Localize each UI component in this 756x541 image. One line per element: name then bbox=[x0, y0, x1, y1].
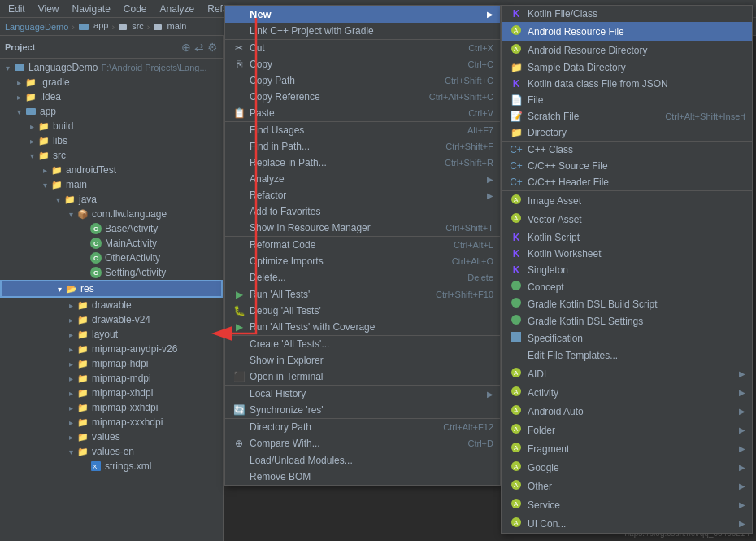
ctx-item-linkcpp[interactable]: Link C++ Project with Gradle bbox=[225, 23, 500, 39]
sidebar-icon-settings[interactable]: ⚙ bbox=[207, 41, 218, 54]
breadcrumb-project[interactable]: LanguageDemo bbox=[5, 22, 68, 32]
sub-item-scratch-file[interactable]: 📝 Scratch File Ctrl+Alt+Shift+Insert bbox=[502, 108, 752, 124]
ctx-item-runalltests[interactable]: ▶ Run 'All Tests' Ctrl+Shift+F10 bbox=[225, 286, 500, 303]
tree-arrow-libs[interactable]: ▸ bbox=[26, 137, 37, 146]
ctx-item-debugalltests[interactable]: 🐛 Debug 'All Tests' bbox=[225, 303, 500, 319]
tree-item-mainactivity[interactable]: C MainActivity bbox=[0, 236, 223, 251]
ctx-item-reformatcode[interactable]: Reformat Code Ctrl+Alt+L bbox=[225, 236, 500, 253]
tree-item-layout[interactable]: ▸ 📁 layout bbox=[0, 327, 223, 342]
sub-item-fragment[interactable]: A Fragment ▶ bbox=[502, 439, 752, 458]
tree-item-app[interactable]: ▾ app bbox=[0, 104, 223, 119]
tree-arrow-values-en[interactable]: ▾ bbox=[65, 447, 76, 456]
tree-item-mipmap-hdpi[interactable]: ▸ 📁 mipmap-hdpi bbox=[0, 356, 223, 371]
sub-item-gradle-build[interactable]: Gradle Kotlin DSL Build Script bbox=[502, 295, 752, 312]
ctx-item-runwithcoverage[interactable]: ▶ Run 'All Tests' with Coverage bbox=[225, 319, 500, 335]
ctx-item-syncres[interactable]: 🔄 Synchronize 'res' bbox=[225, 402, 500, 418]
ctx-item-new[interactable]: New ▶ bbox=[225, 6, 500, 23]
tree-item-libs[interactable]: ▸ 📁 libs bbox=[0, 133, 223, 148]
ctx-item-analyze[interactable]: Analyze ▶ bbox=[225, 171, 500, 187]
sub-item-specification[interactable]: Specification bbox=[502, 329, 752, 347]
sub-item-android-resource-file[interactable]: A Android Resource File bbox=[502, 22, 752, 41]
sub-item-concept[interactable]: Concept bbox=[502, 278, 752, 295]
tree-arrow-mipmap-xxxhdpi[interactable]: ▸ bbox=[65, 418, 76, 427]
tree-item-package[interactable]: ▾ 📦 com.llw.language bbox=[0, 207, 223, 221]
sub-item-cpp-header[interactable]: C+ C/C++ Header File bbox=[502, 174, 752, 190]
tree-arrow-mipmap-hdpi[interactable]: ▸ bbox=[65, 360, 76, 369]
tree-item-idea[interactable]: ▸ 📁 .idea bbox=[0, 89, 223, 104]
breadcrumb-src[interactable]: src bbox=[118, 21, 144, 32]
sub-item-uicon[interactable]: A UI Con... ▶ bbox=[502, 514, 752, 533]
sub-item-vector-asset[interactable]: A Vector Asset bbox=[502, 210, 752, 229]
tree-item-mipmap-anydpi-v26[interactable]: ▸ 📁 mipmap-anydpi-v26 bbox=[0, 342, 223, 356]
tree-item-main[interactable]: ▾ 📁 main bbox=[0, 177, 223, 192]
tree-item-mipmap-xxhdpi[interactable]: ▸ 📁 mipmap-xxhdpi bbox=[0, 400, 223, 415]
tree-arrow-gradle[interactable]: ▸ bbox=[13, 78, 24, 87]
tree-arrow-main[interactable]: ▾ bbox=[39, 181, 50, 190]
ctx-item-paste[interactable]: 📋 Paste Ctrl+V bbox=[225, 105, 500, 121]
ctx-item-cut[interactable]: ✂ Cut Ctrl+X bbox=[225, 39, 500, 56]
tree-item-mipmap-xxxhdpi[interactable]: ▸ 📁 mipmap-xxxhdpi bbox=[0, 415, 223, 430]
sub-item-android-resource-dir[interactable]: A Android Resource Directory bbox=[502, 41, 752, 59]
sub-item-cpp-source[interactable]: C+ C/C++ Source File bbox=[502, 158, 752, 174]
ctx-item-createalltests[interactable]: Create 'All Tests'... bbox=[225, 335, 500, 352]
tree-item-values-en[interactable]: ▾ 📁 values-en bbox=[0, 444, 223, 459]
tree-item-stringsxml[interactable]: X strings.xml bbox=[0, 459, 223, 473]
sub-item-cpp-class[interactable]: C+ C++ Class bbox=[502, 141, 752, 158]
ctx-item-copyref[interactable]: Copy Reference Ctrl+Alt+Shift+C bbox=[225, 89, 500, 105]
menu-code[interactable]: Code bbox=[119, 2, 152, 16]
ctx-item-showresmanager[interactable]: Show In Resource Manager Ctrl+Shift+T bbox=[225, 220, 500, 236]
sub-item-activity[interactable]: A Activity ▶ bbox=[502, 383, 752, 402]
breadcrumb-app[interactable]: app bbox=[78, 20, 108, 32]
tree-item-mipmap-mdpi[interactable]: ▸ 📁 mipmap-mdpi bbox=[0, 371, 223, 386]
tree-item-languagedemo[interactable]: ▾ LanguageDemo F:\Android Projects\Lang.… bbox=[0, 60, 223, 75]
tree-arrow-drawable[interactable]: ▸ bbox=[65, 301, 76, 310]
sub-item-kotlin-worksheet[interactable]: K Kotlin Worksheet bbox=[502, 246, 752, 262]
ctx-item-removebom[interactable]: Remove BOM bbox=[225, 469, 500, 485]
sub-item-directory[interactable]: 📁 Directory bbox=[502, 124, 752, 141]
tree-item-values[interactable]: ▸ 📁 values bbox=[0, 430, 223, 444]
tree-item-settingactivity[interactable]: C SettingActivity bbox=[0, 265, 223, 280]
sub-item-edit-templates[interactable]: Edit File Templates... bbox=[502, 347, 752, 364]
tree-item-src[interactable]: ▾ 📁 src bbox=[0, 148, 223, 163]
sub-item-other[interactable]: A Other ▶ bbox=[502, 477, 752, 495]
tree-item-baseactivity[interactable]: C BaseActivity bbox=[0, 221, 223, 236]
sub-item-singleton[interactable]: K Singleton bbox=[502, 262, 752, 278]
tree-arrow-mipmap-anydpi-v26[interactable]: ▸ bbox=[65, 345, 76, 354]
ctx-item-delete[interactable]: Delete... Delete bbox=[225, 269, 500, 286]
ctx-item-comparewith[interactable]: ⊕ Compare With... Ctrl+D bbox=[225, 435, 500, 452]
sub-item-image-asset[interactable]: A Image Asset bbox=[502, 190, 752, 210]
sub-item-kotlin-json[interactable]: K Kotlin data class File from JSON bbox=[502, 76, 752, 92]
ctx-item-openinterminal[interactable]: ⬛ Open in Terminal bbox=[225, 369, 500, 385]
menu-analyze[interactable]: Analyze bbox=[155, 2, 200, 16]
sub-item-kotlin-script[interactable]: K Kotlin Script bbox=[502, 229, 752, 246]
ctx-item-copy[interactable]: ⎘ Copy Ctrl+C bbox=[225, 56, 500, 72]
ctx-item-localhistory[interactable]: Local History ▶ bbox=[225, 385, 500, 402]
tree-arrow-values[interactable]: ▸ bbox=[65, 433, 76, 442]
breadcrumb-main[interactable]: main bbox=[153, 21, 186, 32]
ctx-item-optimizeimports[interactable]: Optimize Imports Ctrl+Alt+O bbox=[225, 253, 500, 269]
sidebar-icon-add[interactable]: ⊕ bbox=[181, 41, 191, 54]
tree-arrow-drawable-v24[interactable]: ▸ bbox=[65, 316, 76, 325]
tree-item-java[interactable]: ▾ 📁 java bbox=[0, 192, 223, 207]
tree-item-otheractivity[interactable]: C OtherActivity bbox=[0, 251, 223, 265]
sub-item-google[interactable]: A Google ▶ bbox=[502, 458, 752, 477]
ctx-item-loadmodules[interactable]: Load/Unload Modules... bbox=[225, 452, 500, 469]
ctx-item-findinpath[interactable]: Find in Path... Ctrl+Shift+F bbox=[225, 138, 500, 155]
sidebar-icon-sync[interactable]: ⇄ bbox=[194, 41, 204, 54]
tree-arrow-androidtest[interactable]: ▸ bbox=[39, 166, 50, 175]
ctx-item-addtofav[interactable]: Add to Favorites bbox=[225, 203, 500, 220]
tree-arrow-java[interactable]: ▾ bbox=[52, 195, 63, 204]
tree-item-gradle[interactable]: ▸ 📁 .gradle bbox=[0, 75, 223, 89]
ctx-item-findusages[interactable]: Find Usages Alt+F7 bbox=[225, 121, 500, 138]
tree-item-drawable-v24[interactable]: ▸ 📁 drawable-v24 bbox=[0, 312, 223, 327]
tree-arrow-package[interactable]: ▾ bbox=[65, 210, 76, 219]
sub-item-gradle-settings[interactable]: Gradle Kotlin DSL Settings bbox=[502, 312, 752, 329]
tree-arrow-layout[interactable]: ▸ bbox=[65, 330, 76, 339]
sub-item-folder[interactable]: A Folder ▶ bbox=[502, 421, 752, 439]
sub-item-android-auto[interactable]: A Android Auto ▶ bbox=[502, 402, 752, 421]
ctx-item-copypath[interactable]: Copy Path Ctrl+Shift+C bbox=[225, 72, 500, 89]
tree-arrow-mipmap-mdpi[interactable]: ▸ bbox=[65, 374, 76, 383]
sub-item-sample-data[interactable]: 📁 Sample Data Directory bbox=[502, 59, 752, 76]
menu-view[interactable]: View bbox=[33, 2, 64, 16]
tree-item-drawable[interactable]: ▸ 📁 drawable bbox=[0, 298, 223, 312]
